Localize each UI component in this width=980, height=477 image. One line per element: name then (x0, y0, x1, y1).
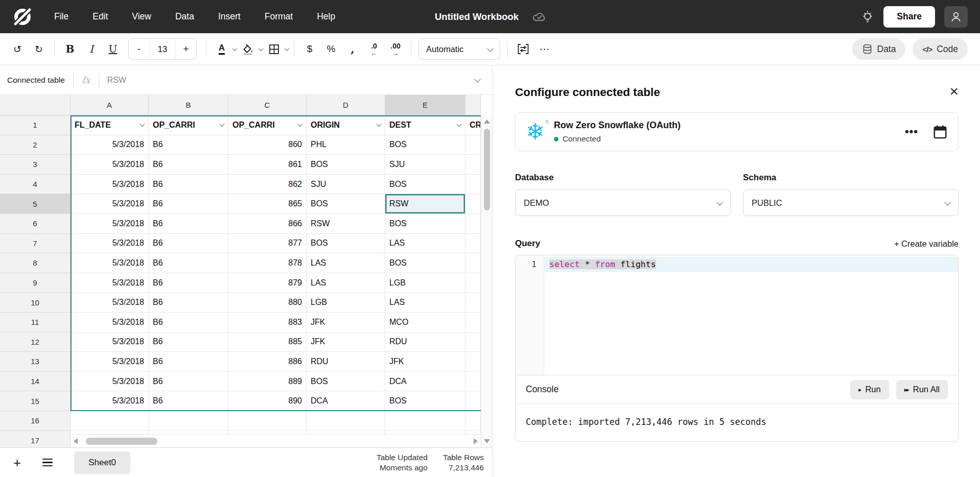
data-cell[interactable] (465, 234, 481, 254)
row-number[interactable]: 14 (0, 372, 71, 392)
column-letter[interactable] (465, 95, 481, 115)
column-letter[interactable]: E (385, 95, 465, 115)
data-cell[interactable]: 5/3/2018 (71, 293, 149, 313)
data-cell[interactable] (385, 411, 465, 431)
sheet-tab[interactable]: Sheet0 (74, 451, 130, 474)
bold-button[interactable]: B (60, 39, 80, 59)
workbook-title[interactable]: Untitled Workbook (435, 11, 519, 22)
data-cell[interactable]: 862 (228, 175, 307, 195)
data-cell[interactable]: 5/3/2018 (71, 352, 149, 372)
data-cell[interactable]: 5/3/2018 (71, 194, 149, 214)
text-color-chevron-icon[interactable] (232, 46, 238, 51)
data-cell[interactable]: B6 (149, 313, 228, 332)
data-cell[interactable] (465, 175, 481, 195)
create-variable-button[interactable]: + Create variable (894, 239, 959, 249)
menu-data[interactable]: Data (175, 11, 194, 22)
data-cell[interactable] (465, 293, 481, 313)
connection-card[interactable]: ❄ ® Row Zero Snowflake (OAuth) Connected… (515, 112, 959, 151)
data-cell[interactable]: B6 (149, 214, 228, 234)
run-button[interactable]: ▸ Run (850, 380, 889, 399)
data-cell[interactable]: BOS (385, 391, 465, 411)
code-line[interactable]: select * from flights (544, 257, 958, 272)
data-cell[interactable]: 5/3/2018 (71, 214, 149, 234)
data-cell[interactable]: B6 (149, 293, 228, 313)
column-letter[interactable]: B (149, 95, 228, 115)
menu-help[interactable]: Help (317, 11, 335, 22)
data-cell[interactable]: BOS (307, 372, 385, 392)
underline-button[interactable]: U (103, 39, 123, 59)
share-button[interactable]: Share (883, 6, 935, 28)
currency-format-button[interactable]: $ (299, 39, 320, 59)
data-cell[interactable]: 5/3/2018 (71, 253, 149, 273)
data-cell[interactable] (465, 372, 481, 392)
column-letter[interactable]: C (228, 95, 307, 115)
number-format-select[interactable]: Automatic (418, 38, 500, 60)
comma-format-button[interactable]: , (342, 39, 363, 59)
row-number[interactable]: 11 (0, 313, 71, 332)
menu-view[interactable]: View (132, 11, 151, 22)
name-box[interactable]: Connected table (7, 76, 65, 85)
row-number[interactable]: 16 (0, 411, 71, 431)
convert-range-button[interactable] (513, 39, 533, 59)
add-sheet-button[interactable]: + (13, 456, 21, 469)
data-cell[interactable]: JFK (307, 313, 385, 332)
data-cell[interactable] (465, 332, 481, 352)
data-cell[interactable]: BOS (307, 234, 385, 254)
redo-button[interactable]: ↻ (29, 39, 49, 59)
selected-cell[interactable]: RSW (385, 194, 465, 214)
horizontal-scrollbar[interactable] (71, 434, 481, 447)
menu-format[interactable]: Format (265, 11, 293, 22)
data-cell[interactable]: B6 (149, 372, 228, 392)
header-cell[interactable]: OP_CARRI (149, 115, 228, 135)
data-cell[interactable]: LAS (385, 293, 465, 313)
data-cell[interactable]: 885 (228, 332, 307, 352)
header-cell[interactable]: CR (465, 115, 481, 135)
scroll-right-icon[interactable] (474, 438, 478, 444)
data-cell[interactable]: BOS (307, 194, 385, 214)
borders-chevron-icon[interactable] (285, 46, 290, 51)
data-cell[interactable]: B6 (149, 175, 228, 195)
row-number[interactable]: 8 (0, 253, 71, 273)
increase-decimal-button[interactable]: .00 → (385, 39, 406, 59)
scroll-up-icon[interactable] (484, 120, 490, 124)
data-cell[interactable]: B6 (149, 194, 228, 214)
filter-chevron-icon[interactable] (140, 122, 145, 127)
database-select[interactable]: DEMO (515, 189, 731, 216)
data-cell[interactable]: B6 (149, 332, 228, 352)
data-cell[interactable]: RDU (307, 352, 385, 372)
data-cell[interactable]: 879 (228, 273, 307, 293)
data-cell[interactable]: DCA (385, 372, 465, 392)
formula-bar-chevron-icon[interactable] (474, 76, 481, 83)
filter-chevron-icon[interactable] (220, 122, 225, 127)
data-cell[interactable]: 886 (228, 352, 307, 372)
borders-button[interactable] (264, 39, 284, 59)
row-number[interactable]: 9 (0, 273, 71, 293)
decrease-decimal-button[interactable]: .0 ← (364, 39, 384, 59)
horizontal-scroll-thumb[interactable] (86, 438, 157, 445)
data-cell[interactable] (307, 411, 385, 431)
data-cell[interactable] (465, 352, 481, 372)
font-size-increase-button[interactable]: + (176, 39, 196, 59)
data-cell[interactable]: B6 (149, 135, 228, 155)
data-cell[interactable]: MCO (385, 313, 465, 332)
data-cell[interactable]: 889 (228, 372, 307, 392)
data-cell[interactable] (465, 155, 481, 175)
data-cell[interactable]: LAS (307, 253, 385, 273)
data-cell[interactable]: RSW (307, 214, 385, 234)
data-cell[interactable]: SJU (307, 175, 385, 195)
percent-format-button[interactable]: % (321, 39, 341, 59)
scroll-left-icon[interactable] (74, 438, 78, 444)
font-size-value[interactable]: 13 (149, 39, 176, 59)
theme-lightbulb-icon[interactable] (861, 9, 874, 25)
data-cell[interactable] (465, 391, 481, 411)
fill-color-chevron-icon[interactable] (259, 46, 264, 51)
data-cell[interactable]: LGB (307, 293, 385, 313)
row-number[interactable]: 4 (0, 175, 71, 195)
data-cell[interactable]: JFK (307, 332, 385, 352)
column-letter[interactable]: A (71, 95, 149, 115)
formula-input[interactable]: RSW (107, 76, 126, 85)
close-icon[interactable]: × (949, 86, 959, 97)
filter-chevron-icon[interactable] (298, 122, 303, 127)
data-cell[interactable] (465, 253, 481, 273)
data-cell[interactable]: 5/3/2018 (71, 313, 149, 332)
